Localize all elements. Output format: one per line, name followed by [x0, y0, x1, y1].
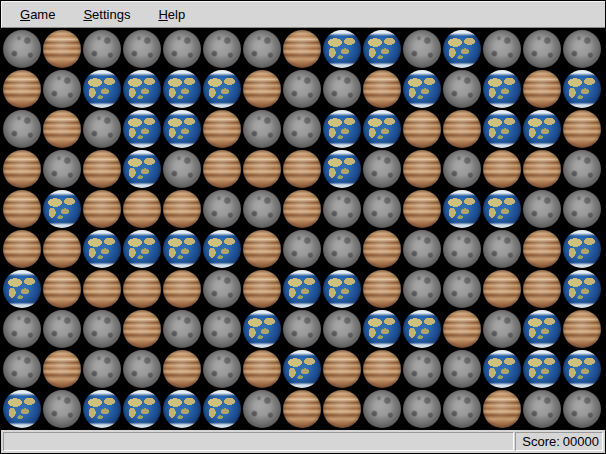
planet-ball-jupiter[interactable] [42, 229, 82, 269]
planet-ball-jupiter[interactable] [2, 229, 42, 269]
planet-ball-moon[interactable] [562, 189, 602, 229]
planet-ball-moon[interactable] [442, 69, 482, 109]
planet-ball-earth[interactable] [362, 309, 402, 349]
planet-ball-earth[interactable] [322, 29, 362, 69]
planet-ball-earth[interactable] [162, 229, 202, 269]
planet-ball-earth[interactable] [162, 389, 202, 429]
planet-ball-jupiter[interactable] [522, 149, 562, 189]
planet-ball-earth[interactable] [202, 69, 242, 109]
planet-ball-jupiter[interactable] [362, 269, 402, 309]
planet-ball-earth[interactable] [402, 309, 442, 349]
planet-ball-moon[interactable] [402, 229, 442, 269]
planet-ball-earth[interactable] [162, 69, 202, 109]
planet-ball-moon[interactable] [42, 389, 82, 429]
planet-ball-earth[interactable] [122, 69, 162, 109]
planet-ball-moon[interactable] [362, 189, 402, 229]
planet-ball-earth[interactable] [562, 349, 602, 389]
planet-ball-jupiter[interactable] [242, 69, 282, 109]
planet-ball-jupiter[interactable] [282, 149, 322, 189]
planet-ball-moon[interactable] [202, 309, 242, 349]
planet-ball-jupiter[interactable] [362, 349, 402, 389]
planet-ball-moon[interactable] [2, 349, 42, 389]
planet-ball-jupiter[interactable] [82, 189, 122, 229]
planet-ball-moon[interactable] [162, 309, 202, 349]
planet-ball-moon[interactable] [162, 29, 202, 69]
planet-ball-jupiter[interactable] [282, 29, 322, 69]
planet-ball-moon[interactable] [562, 29, 602, 69]
planet-ball-earth[interactable] [482, 69, 522, 109]
planet-ball-jupiter[interactable] [562, 309, 602, 349]
planet-ball-moon[interactable] [482, 29, 522, 69]
planet-ball-moon[interactable] [242, 29, 282, 69]
menu-help[interactable]: Help [144, 3, 199, 26]
planet-ball-moon[interactable] [322, 229, 362, 269]
planet-ball-jupiter[interactable] [522, 229, 562, 269]
planet-ball-moon[interactable] [2, 309, 42, 349]
planet-ball-moon[interactable] [402, 389, 442, 429]
planet-ball-jupiter[interactable] [122, 189, 162, 229]
planet-ball-jupiter[interactable] [442, 109, 482, 149]
planet-ball-jupiter[interactable] [202, 109, 242, 149]
planet-ball-moon[interactable] [202, 29, 242, 69]
planet-ball-moon[interactable] [562, 389, 602, 429]
planet-ball-jupiter[interactable] [2, 149, 42, 189]
planet-ball-moon[interactable] [562, 149, 602, 189]
planet-ball-jupiter[interactable] [162, 189, 202, 229]
planet-ball-moon[interactable] [442, 269, 482, 309]
planet-ball-jupiter[interactable] [562, 109, 602, 149]
planet-ball-moon[interactable] [122, 349, 162, 389]
planet-ball-moon[interactable] [482, 229, 522, 269]
planet-ball-earth[interactable] [122, 109, 162, 149]
planet-ball-moon[interactable] [322, 309, 362, 349]
planet-ball-earth[interactable] [2, 269, 42, 309]
planet-ball-earth[interactable] [562, 229, 602, 269]
planet-ball-earth[interactable] [362, 109, 402, 149]
planet-ball-jupiter[interactable] [202, 149, 242, 189]
planet-ball-jupiter[interactable] [242, 269, 282, 309]
planet-ball-earth[interactable] [242, 309, 282, 349]
planet-ball-moon[interactable] [122, 29, 162, 69]
planet-ball-jupiter[interactable] [2, 189, 42, 229]
planet-ball-earth[interactable] [322, 149, 362, 189]
planet-ball-jupiter[interactable] [162, 269, 202, 309]
planet-ball-jupiter[interactable] [122, 269, 162, 309]
planet-ball-jupiter[interactable] [402, 149, 442, 189]
planet-ball-earth[interactable] [162, 109, 202, 149]
planet-ball-jupiter[interactable] [242, 229, 282, 269]
planet-ball-moon[interactable] [442, 349, 482, 389]
planet-ball-jupiter[interactable] [482, 269, 522, 309]
planet-ball-moon[interactable] [162, 149, 202, 189]
planet-ball-moon[interactable] [282, 69, 322, 109]
planet-ball-moon[interactable] [482, 309, 522, 349]
planet-ball-earth[interactable] [522, 109, 562, 149]
planet-ball-moon[interactable] [402, 269, 442, 309]
menu-game[interactable]: Game [6, 3, 69, 26]
planet-ball-earth[interactable] [322, 109, 362, 149]
planet-ball-earth[interactable] [122, 229, 162, 269]
planet-ball-moon[interactable] [202, 189, 242, 229]
planet-ball-jupiter[interactable] [82, 269, 122, 309]
planet-ball-moon[interactable] [82, 109, 122, 149]
planet-ball-moon[interactable] [2, 109, 42, 149]
planet-ball-moon[interactable] [242, 389, 282, 429]
planet-ball-moon[interactable] [42, 69, 82, 109]
planet-ball-moon[interactable] [522, 189, 562, 229]
planet-ball-earth[interactable] [362, 29, 402, 69]
planet-ball-jupiter[interactable] [282, 389, 322, 429]
planet-ball-moon[interactable] [42, 309, 82, 349]
planet-ball-earth[interactable] [202, 389, 242, 429]
planet-ball-moon[interactable] [202, 269, 242, 309]
planet-ball-jupiter[interactable] [242, 149, 282, 189]
planet-ball-moon[interactable] [282, 309, 322, 349]
planet-ball-moon[interactable] [402, 349, 442, 389]
planet-ball-jupiter[interactable] [42, 349, 82, 389]
planet-ball-moon[interactable] [242, 189, 282, 229]
menu-settings[interactable]: Settings [69, 3, 144, 26]
planet-ball-jupiter[interactable] [362, 229, 402, 269]
planet-ball-earth[interactable] [82, 229, 122, 269]
planet-ball-earth[interactable] [442, 189, 482, 229]
planet-ball-jupiter[interactable] [522, 269, 562, 309]
planet-ball-moon[interactable] [362, 389, 402, 429]
planet-ball-earth[interactable] [482, 109, 522, 149]
planet-ball-moon[interactable] [322, 69, 362, 109]
